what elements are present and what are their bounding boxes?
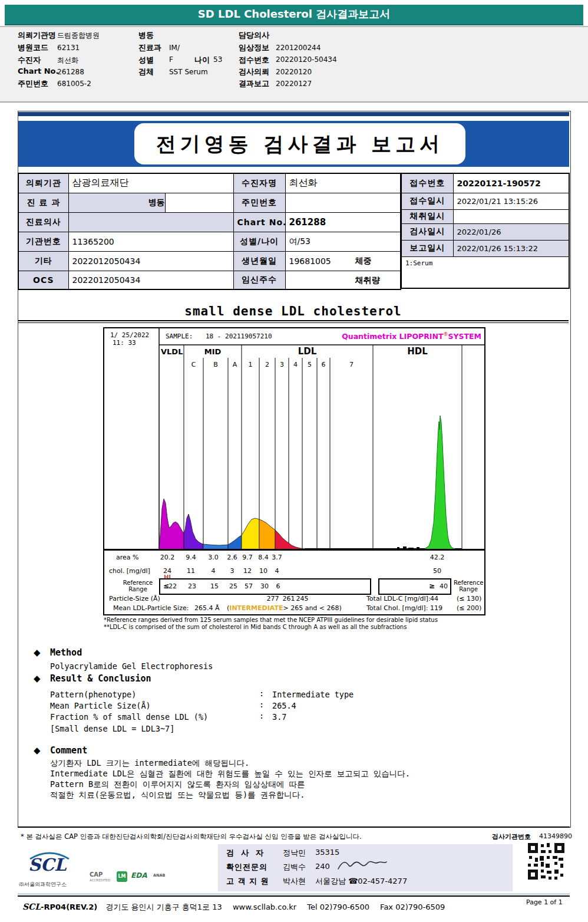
scl-form-logo: SCL xyxy=(22,902,41,911)
field-value: 드림종합병원 xyxy=(57,31,100,41)
field-value: 20220127 xyxy=(276,80,312,88)
field-label: 결과보고 xyxy=(239,78,269,89)
info-label: 의뢰기관 xyxy=(18,173,68,193)
area-value: 8.4 xyxy=(258,554,269,561)
result-heading: Result & Conclusion xyxy=(50,673,151,684)
result-name: Pattern(phenotype) xyxy=(50,690,136,699)
info-label: 생년월일 xyxy=(233,251,285,271)
org-no-label: 검사기관번호 xyxy=(492,832,531,841)
staff-label: 확인전문의 xyxy=(226,862,267,872)
info-value: 최선화 xyxy=(285,173,401,193)
chol-row-label: chol. [mg/dl] xyxy=(109,567,150,575)
ref-value: 57 xyxy=(245,582,253,590)
band-group-mid: MID xyxy=(184,347,242,356)
info-label: 주민번호 xyxy=(233,193,285,212)
lab-website: www.scllab.co.kr xyxy=(233,903,296,911)
subband-label: C xyxy=(184,361,203,368)
field-label: 성별 xyxy=(138,55,154,65)
info-label: 성별/나이 xyxy=(233,232,285,251)
info-value xyxy=(453,209,569,223)
anab-logo-icon: ANAB xyxy=(153,873,165,878)
cert-note: * 본 검사실은 CAP 인증과 대한진단검사의학회/진단검사의학재단의 우수검… xyxy=(21,832,362,841)
intermediate-flag: INTERMEDIATE xyxy=(229,604,283,612)
comment-line: Intermediate LDL은 심혈관 질환에 대한 위험도를 높일 수 있… xyxy=(50,769,410,779)
chol-value: 4 xyxy=(275,567,279,575)
band-group-ldl: LDL xyxy=(242,346,373,357)
lab-tel: Tel 02)790-6500 xyxy=(307,903,369,911)
comment-line: Pattern B로의 전환이 이루어지지 않도록 환자의 임상상태에 따른 xyxy=(50,779,305,790)
chol-value: 10 xyxy=(259,567,267,575)
area-value: 2.6 xyxy=(227,554,237,561)
total-chol-ref: (≤ 200) xyxy=(457,604,481,612)
ref-value: 30 xyxy=(260,582,269,590)
info-label: 채취일시 xyxy=(401,209,453,223)
brand-suffix: SYSTEM xyxy=(448,332,481,341)
method-body: Polyacrylamide Gel Electrophoresis xyxy=(50,661,213,671)
run-date: 1/ 25/2022 xyxy=(110,331,149,339)
area-value: 9.7 xyxy=(242,554,253,561)
field-label: 임상정보 xyxy=(239,42,269,53)
result-note: [Small dense LDL = LDL3~7] xyxy=(50,724,174,733)
staff-id: 35315 xyxy=(315,848,339,857)
comment-line: 적절한 치료(운동요법, 식이요법 또는 약물요법 등)를 권유합니다. xyxy=(50,790,305,801)
result-name: Mean Particle Size(Å) xyxy=(50,701,151,710)
ref-value: 6 xyxy=(276,582,280,590)
method-heading: Method xyxy=(50,647,82,658)
info-label: 접수번호 xyxy=(401,173,453,193)
info-label: 기타 xyxy=(18,251,68,271)
sample-amount-label: 채취량 xyxy=(355,275,380,286)
cap-logo-subtext: ACCREDITED xyxy=(90,878,111,882)
particle-size-value: 261 xyxy=(283,595,295,602)
ward-value: 병동 xyxy=(148,197,165,208)
field-value: 20220120 xyxy=(276,68,312,76)
sample-id: 18 - 202119057210 xyxy=(206,332,272,340)
field-label: 의뢰기관명 xyxy=(18,30,56,41)
area-value: 3.7 xyxy=(272,554,282,561)
chol-value: 11 xyxy=(187,567,195,575)
total-chol-value: 119 xyxy=(430,604,442,612)
field-value: 53 xyxy=(213,55,222,64)
report-title: 전기영동 검사결과 보고서 xyxy=(134,131,465,158)
field-value: 261288 xyxy=(57,68,84,76)
title-top-bar xyxy=(18,112,569,116)
info-label: 기관번호 xyxy=(18,232,68,251)
ref-value: 15 xyxy=(210,582,219,590)
lab-address: 경기도 용인시 기흥구 흥덕1로 13 xyxy=(105,903,222,911)
info-value: 병동 xyxy=(68,193,233,212)
field-value: F xyxy=(169,55,173,64)
comment-heading: Comment xyxy=(50,745,87,756)
staff-name: 정낙민 xyxy=(283,848,306,858)
info-value: 2022/01/21 13:15:26 xyxy=(453,193,569,209)
field-label: 병동 xyxy=(138,30,154,41)
ref-range-box-left: ≤ 22 23 15 25 57 30 6 xyxy=(159,578,371,595)
org-no-value: 41349890 xyxy=(539,832,572,840)
qr-code-icon xyxy=(528,843,564,880)
ge-sign: ≥ xyxy=(429,582,435,590)
subband-label: 6 xyxy=(317,361,330,368)
info-value: 261288 xyxy=(285,212,401,232)
field-label: 접수번호 xyxy=(239,55,269,65)
total-ldl-ref: (≤ 130) xyxy=(457,595,481,602)
info-value xyxy=(285,193,401,212)
subband-label: A xyxy=(228,361,242,368)
chol-value: 4 xyxy=(212,567,216,575)
patient-info-table-right: 접수번호 20220121-190572 접수일시 2022/01/21 13:… xyxy=(401,173,570,289)
field-label: 진료과 xyxy=(138,42,161,53)
result-colon: : xyxy=(259,689,264,698)
range-suffix: > 265 and < 268) xyxy=(283,604,341,612)
mean-size-label: Mean LDL-Particle Size: xyxy=(113,604,189,612)
field-value: IM/ xyxy=(169,44,180,52)
info-value: 2022012050434 xyxy=(68,271,233,289)
ref-label-line1: Reference xyxy=(454,579,483,586)
info-label: OCS xyxy=(18,271,68,289)
total-ldl-value: 44 xyxy=(430,595,438,602)
ref-value-hdl: 40 xyxy=(440,582,448,590)
staff-label: 고 객 지 원 xyxy=(226,876,269,887)
info-value: 삼광의료재단 xyxy=(68,173,233,193)
section-rule-thick xyxy=(18,320,569,321)
result-value: 265.4 xyxy=(272,701,296,710)
field-value: SST Serum xyxy=(169,68,208,76)
lipoprint-chart: 1/ 25/2022 11: 33 SAMPLE: 18 - 202119057… xyxy=(103,327,485,615)
info-value: 채취량 xyxy=(285,271,401,289)
chol-value: 3 xyxy=(230,567,234,575)
